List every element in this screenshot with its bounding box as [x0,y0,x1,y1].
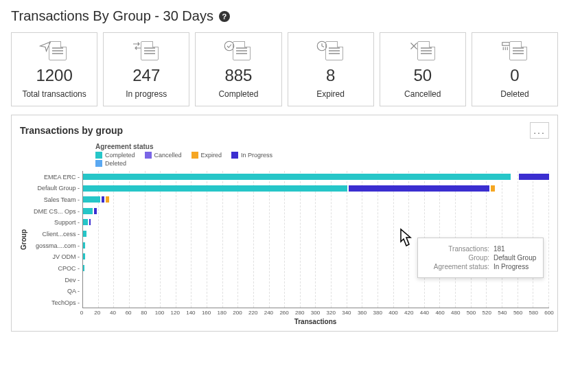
tooltip-value: 181 [493,245,505,253]
x-tick-label: 100 [155,310,164,316]
bar-segment[interactable] [519,174,549,180]
legend-label: Completed [105,152,135,159]
stat-label: Cancelled [404,89,441,99]
x-tick-label: 200 [233,310,242,316]
bar-segment[interactable] [83,265,84,271]
stat-value: 0 [510,66,519,85]
bar-segment[interactable] [83,242,85,249]
y-categories: EMEA ERC -Default Group -Sales Team -DME… [29,171,82,308]
legend-item[interactable]: Cancelled [145,152,182,159]
bar-segment[interactable] [83,253,85,260]
stat-label: Completed [218,89,258,99]
stat-label: Expired [316,89,345,99]
svg-rect-2 [502,43,510,46]
stat-card[interactable]: 50Cancelled [380,32,466,106]
stat-label: Deleted [500,89,529,99]
x-tick-label: 480 [451,310,460,316]
x-tick-label: 500 [467,310,476,316]
bar-row[interactable] [83,217,549,229]
help-icon[interactable]: ? [219,11,230,22]
bar-segment[interactable] [83,219,88,225]
x-tick-label: 40 [110,310,116,316]
y-tick-label: JV ODM - [29,251,80,263]
legend-label: Cancelled [154,152,182,159]
tooltip-key: Agreement status: [425,263,489,270]
y-tick-label: DME CS... Ops - [29,205,80,217]
x-tick-label: 560 [513,310,522,316]
x-tick-label: 300 [311,310,320,316]
swatch [95,152,102,159]
stat-label: Total transactions [22,89,86,99]
x-tick-label: 320 [327,310,336,316]
tooltip-row: Transactions:181 [425,245,536,253]
bar-row[interactable] [83,285,549,297]
bar-segment[interactable] [83,174,511,180]
bar-row[interactable] [83,194,549,206]
bar-segment[interactable] [83,208,93,214]
bar-row[interactable] [83,183,549,194]
legend-title: Agreement status [95,143,549,150]
x-tick-label: 360 [358,310,367,316]
legend-item[interactable]: Deleted [95,160,126,167]
stats-row: 1200Total transactions247In progress885C… [11,32,558,106]
bar-segment[interactable] [83,185,347,192]
tooltip-value: Default Group [493,254,536,262]
bar-segment[interactable] [102,196,105,203]
document-icon [49,41,67,60]
stat-card[interactable]: 8Expired [288,32,374,106]
x-tick-label: 0 [80,310,83,316]
stat-card[interactable]: 247In progress [103,32,189,106]
stat-card[interactable]: 0Deleted [472,32,558,106]
y-tick-label: TechOps - [29,297,80,309]
bar-segment[interactable] [83,196,100,203]
swatch [95,160,102,167]
x-tick-label: 380 [373,310,382,316]
x-axis-label: Transactions [82,318,549,325]
page-title: Transactions By Group - 30 Days [11,8,213,24]
x-tick-label: 520 [483,310,491,316]
more-button[interactable]: ... [530,122,549,139]
bar-segment[interactable] [89,219,91,225]
stat-icon [316,40,346,62]
y-tick-label: Client...cess - [29,229,80,240]
chart-tooltip: Transactions:181Group:Default GroupAgree… [417,238,544,278]
swatch [145,152,152,159]
bar-segment[interactable] [94,208,97,214]
x-tick-label: 600 [544,310,553,316]
x-tick-label: 80 [141,310,147,316]
y-tick-label: EMEA ERC - [29,171,80,183]
y-tick-label: Sales Team - [29,194,80,206]
legend-item[interactable]: Expired [191,152,222,159]
bar-segment[interactable] [349,185,489,192]
x-tick-label: 280 [295,310,304,316]
tooltip-row: Agreement status:In Progress [425,263,536,270]
x-tick-label: 460 [435,310,444,316]
x-tick-label: 440 [420,310,429,316]
y-tick-label: Support - [29,217,80,229]
x-tick-label: 180 [218,310,227,316]
legend: Agreement status CompletedCancelledExpir… [95,143,549,167]
stat-card[interactable]: 885Completed [195,32,281,106]
x-tick-label: 160 [202,310,211,316]
x-tick-label: 400 [388,310,397,316]
stat-icon [500,40,530,62]
bar-segment[interactable] [491,185,496,192]
x-tick-label: 120 [171,310,180,316]
bar-segment[interactable] [106,196,109,203]
x-axis-ticks: 0204060801001201401601802002202402602803… [82,310,549,316]
x-tick-label: 220 [248,310,257,316]
stat-value: 8 [326,66,335,85]
bar-row[interactable] [83,171,549,183]
document-icon [325,41,343,60]
swatch [191,152,198,159]
stat-label: In progress [126,89,167,99]
stat-value: 1200 [36,66,72,85]
legend-item[interactable]: In Progress [231,152,272,159]
bar-row[interactable] [83,297,549,308]
bar-row[interactable] [83,205,549,217]
legend-item[interactable]: Completed [95,152,135,159]
tooltip-key: Group: [425,254,489,262]
stat-card[interactable]: 1200Total transactions [11,32,97,106]
stat-icon [131,40,161,62]
bar-segment[interactable] [83,231,86,237]
